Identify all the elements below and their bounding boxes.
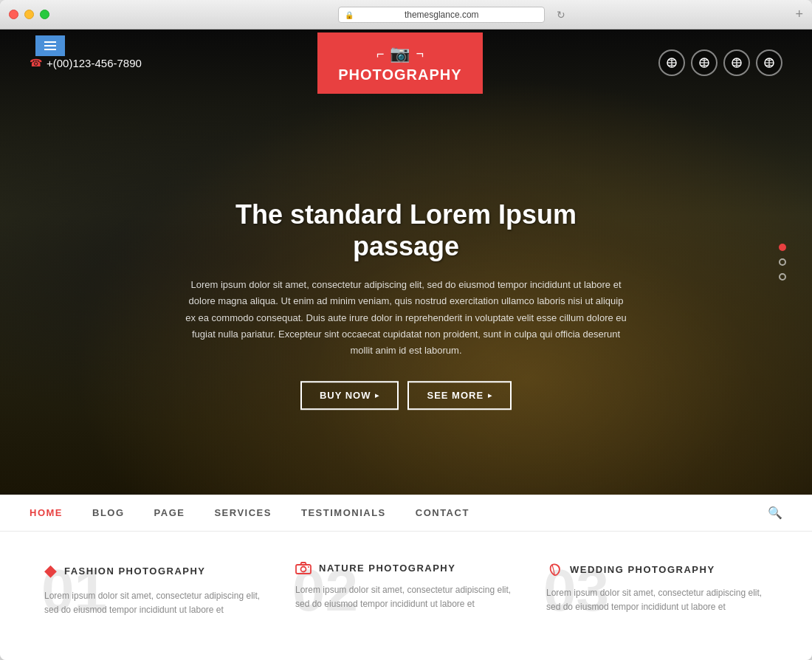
nav-item-page[interactable]: PAGE bbox=[154, 507, 185, 518]
slider-dot-2[interactable] bbox=[779, 258, 786, 266]
social-icon-4[interactable] bbox=[756, 49, 782, 76]
slider-dot-3[interactable] bbox=[779, 273, 786, 281]
buy-now-label: BUY NOW bbox=[320, 390, 371, 401]
slider-dot-1[interactable] bbox=[779, 244, 786, 251]
hero-content: The standard Lorem Ipsum passage Lorem i… bbox=[185, 199, 627, 410]
feature-fashion: 01 ◆ FASHION PHOTOGRAPHY Lorem ipsum dol… bbox=[30, 561, 281, 617]
refresh-button[interactable]: ↻ bbox=[557, 9, 565, 21]
nav-item-testimonials[interactable]: TESTIMONIALS bbox=[301, 507, 386, 518]
hero-buttons: BUY NOW ▸ SEE MORE ▸ bbox=[185, 381, 627, 410]
nav-links: HOME BLOG PAGE SERVICES TESTIMONIALS CON… bbox=[30, 507, 469, 518]
phone-number: ☎ +(00)123-456-7890 bbox=[30, 57, 142, 69]
phone-text: +(00)123-456-7890 bbox=[47, 57, 142, 69]
hamburger-button[interactable] bbox=[35, 35, 65, 56]
nav-item-home[interactable]: HOME bbox=[30, 507, 63, 518]
camera2-icon bbox=[295, 561, 312, 574]
nav-item-services[interactable]: SERVICES bbox=[214, 507, 272, 518]
nav-item-blog[interactable]: BLOG bbox=[92, 507, 125, 518]
url-bar[interactable]: 🔒 themesglance.com bbox=[338, 7, 545, 23]
features-section: 01 ◆ FASHION PHOTOGRAPHY Lorem ipsum dol… bbox=[0, 532, 812, 639]
feature-header-3: WEDDING PHOTOGRAPHY bbox=[546, 561, 768, 577]
close-button[interactable] bbox=[9, 10, 18, 19]
buy-arrow-icon: ▸ bbox=[375, 391, 379, 399]
nav-item-contact[interactable]: CONTACT bbox=[416, 507, 469, 518]
social-icons bbox=[658, 49, 782, 76]
feature-title-2: NATURE PHOTOGRAPHY bbox=[319, 563, 455, 574]
search-icon[interactable]: 🔍 bbox=[768, 506, 782, 520]
header-bar: ☎ +(00)123-456-7890 ⌐ 📷 ¬ Photography bbox=[0, 30, 812, 96]
phone-icon: ☎ bbox=[30, 57, 42, 69]
feature-text-3: Lorem ipsum dolor sit amet, consectetur … bbox=[546, 586, 768, 614]
feature-title-3: WEDDING PHOTOGRAPHY bbox=[570, 564, 715, 575]
see-more-label: SEE MORE bbox=[427, 390, 484, 401]
titlebar-center: 🔒 themesglance.com ↻ bbox=[58, 7, 795, 23]
traffic-lights bbox=[9, 10, 49, 19]
buy-now-button[interactable]: BUY NOW ▸ bbox=[300, 381, 399, 410]
content-area: ☎ +(00)123-456-7890 ⌐ 📷 ¬ Photography bbox=[0, 30, 812, 660]
maximize-button[interactable] bbox=[40, 10, 49, 19]
social-icon-1[interactable] bbox=[658, 49, 685, 76]
hero-title: The standard Lorem Ipsum passage bbox=[185, 199, 627, 262]
bracket-left-icon: ⌐ bbox=[376, 47, 385, 61]
feature-wedding: 03 WEDDING PHOTOGRAPHY Lorem ipsum dolor… bbox=[531, 561, 782, 617]
bracket-right-icon: ¬ bbox=[416, 47, 424, 61]
titlebar: 🔒 themesglance.com ↻ + bbox=[0, 0, 812, 30]
see-more-button[interactable]: SEE MORE ▸ bbox=[407, 381, 512, 410]
feature-header-2: NATURE PHOTOGRAPHY bbox=[295, 561, 517, 574]
hamburger-icon bbox=[44, 41, 56, 50]
svg-point-13 bbox=[301, 567, 306, 572]
logo-camera-frame: ⌐ 📷 ¬ bbox=[376, 44, 424, 63]
hero-section: ☎ +(00)123-456-7890 ⌐ 📷 ¬ Photography bbox=[0, 30, 812, 495]
svg-point-14 bbox=[308, 566, 309, 568]
new-tab-button[interactable]: + bbox=[795, 7, 803, 22]
feature-text-1: Lorem ipsum dolor sit amet, consectetur … bbox=[44, 589, 266, 617]
see-arrow-icon: ▸ bbox=[488, 391, 492, 399]
logo-text: Photography bbox=[338, 66, 461, 83]
feature-text-2: Lorem ipsum dolor sit amet, consectetur … bbox=[295, 583, 517, 611]
leaf-icon bbox=[546, 561, 562, 577]
lock-icon: 🔒 bbox=[345, 10, 354, 18]
social-icon-2[interactable] bbox=[691, 49, 718, 76]
diamond-icon: ◆ bbox=[44, 561, 57, 580]
feature-title-1: FASHION PHOTOGRAPHY bbox=[64, 566, 206, 577]
slider-dots bbox=[779, 244, 786, 281]
minimize-button[interactable] bbox=[24, 10, 34, 19]
hero-description: Lorem ipsum dolor sit amet, consectetur … bbox=[185, 278, 627, 359]
window-chrome: 🔒 themesglance.com ↻ + bbox=[0, 0, 812, 660]
nav-bar: HOME BLOG PAGE SERVICES TESTIMONIALS CON… bbox=[0, 495, 812, 532]
camera-icon: 📷 bbox=[390, 44, 410, 63]
logo-area: ⌐ 📷 ¬ Photography bbox=[317, 32, 482, 94]
social-icon-3[interactable] bbox=[723, 49, 750, 76]
feature-header-1: ◆ FASHION PHOTOGRAPHY bbox=[44, 561, 266, 580]
url-text: themesglance.com bbox=[405, 10, 479, 20]
feature-nature: 02 NATURE PHOTOGRAPHY Lorem ipsum dolor … bbox=[281, 561, 531, 617]
